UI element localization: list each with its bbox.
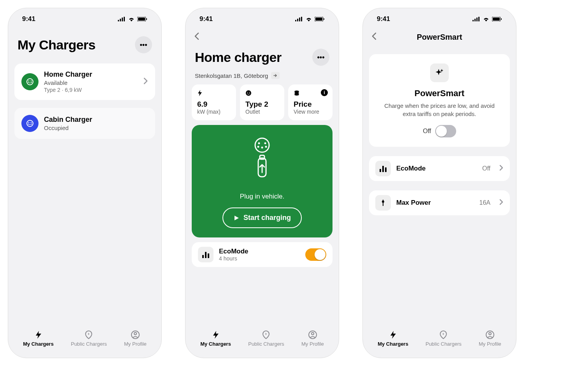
wifi-icon: [483, 17, 490, 21]
svg-rect-50: [472, 20, 474, 21]
phone-screen-my-chargers: 9:41 My Chargers ••• Home Charger Availa…: [8, 8, 162, 358]
svg-point-29: [247, 92, 248, 93]
tab-public-chargers[interactable]: Public Chargers: [425, 330, 462, 347]
bolt-icon: [197, 90, 231, 98]
page-title: My Chargers: [18, 37, 95, 53]
tab-bar: My Chargers Public Chargers My Profile: [192, 326, 332, 352]
charge-status-text: Plug in vehicle.: [240, 193, 284, 200]
svg-rect-45: [202, 255, 204, 258]
svg-rect-24: [301, 17, 302, 21]
chevron-right-icon: [143, 77, 148, 86]
tab-my-chargers[interactable]: My Chargers: [378, 330, 408, 347]
info-icon[interactable]: i: [321, 89, 328, 96]
status-icons: [295, 17, 325, 21]
setting-row-max-power[interactable]: Max Power 16A: [369, 190, 510, 215]
svg-rect-59: [385, 167, 387, 172]
status-bar: 9:41: [192, 12, 332, 25]
battery-icon: [492, 17, 502, 21]
map-pin-icon: [84, 330, 93, 339]
svg-rect-5: [138, 18, 145, 21]
stat-value: Price: [294, 100, 327, 109]
svg-rect-2: [122, 18, 123, 21]
tab-my-profile[interactable]: My Profile: [124, 330, 147, 347]
more-icon: •••: [140, 41, 147, 49]
svg-point-32: [248, 94, 249, 95]
tab-my-chargers[interactable]: My Chargers: [200, 330, 231, 347]
setting-subtitle: 4 hours: [219, 255, 300, 262]
stat-label: Outlet: [245, 109, 279, 115]
status-bar: 9:41: [14, 12, 155, 25]
svg-point-17: [30, 124, 31, 125]
setting-row-ecomode[interactable]: EcoMode Off: [369, 156, 510, 181]
address-row: Stenkolsgatan 1B, Göteborg: [192, 72, 332, 84]
start-charging-button[interactable]: Start charging: [222, 207, 302, 228]
charger-list-item-home[interactable]: Home Charger Available Type 2 · 6,9 kW: [14, 63, 155, 100]
setting-title: Max Power: [396, 199, 474, 207]
powersmart-toggle[interactable]: [435, 125, 456, 137]
cellular-icon: [472, 17, 480, 21]
charger-list-item-cabin[interactable]: Cabin Charger Occupied: [14, 108, 155, 139]
svg-point-33: [249, 93, 250, 94]
svg-point-20: [134, 332, 136, 335]
cellular-icon: [118, 17, 126, 21]
svg-rect-57: [380, 169, 381, 172]
charge-panel: Plug in vehicle. Start charging: [192, 125, 332, 237]
status-time: 9:41: [200, 15, 213, 23]
more-button[interactable]: •••: [312, 49, 329, 66]
tab-my-profile[interactable]: My Profile: [301, 330, 324, 347]
hero-description: Charge when the prices are low, and avoi…: [381, 102, 498, 118]
bolt-icon: [34, 330, 43, 339]
share-button[interactable]: [271, 72, 280, 79]
status-time: 9:41: [22, 15, 35, 23]
back-button[interactable]: [193, 32, 200, 42]
stat-outlet[interactable]: Type 2 Outlet: [240, 84, 284, 120]
charger-status-icon: [21, 73, 38, 90]
profile-icon: [131, 330, 140, 339]
page-title: Home charger: [195, 50, 282, 65]
svg-rect-51: [474, 19, 476, 21]
tab-my-chargers[interactable]: My Chargers: [23, 330, 54, 347]
status-time: 9:41: [377, 15, 390, 23]
profile-icon: [308, 330, 317, 339]
setting-value: 16A: [480, 199, 490, 206]
battery-icon: [137, 17, 147, 21]
svg-rect-0: [118, 20, 119, 21]
ecomode-toggle[interactable]: [305, 248, 326, 261]
phone-screen-home-charger: 9:41 Home charger ••• Stenkolsgatan 1B, …: [185, 8, 339, 358]
tab-public-chargers[interactable]: Public Chargers: [71, 330, 107, 347]
svg-point-18: [31, 124, 32, 125]
tab-my-profile[interactable]: My Profile: [479, 330, 501, 347]
cellular-icon: [295, 17, 303, 21]
svg-point-31: [247, 93, 248, 94]
svg-point-49: [312, 332, 314, 335]
share-icon: [273, 74, 278, 77]
svg-point-38: [258, 142, 260, 144]
svg-point-14: [28, 122, 30, 123]
svg-rect-44: [260, 155, 264, 159]
more-button[interactable]: •••: [135, 36, 152, 53]
svg-rect-56: [501, 18, 502, 20]
plug-illustration: [250, 137, 274, 185]
stat-price[interactable]: i Price View more: [288, 84, 332, 120]
address-text: Stenkolsgatan 1B, Göteborg: [195, 72, 268, 79]
svg-rect-47: [208, 253, 209, 258]
bar-chart-icon: [198, 247, 214, 262]
wifi-icon: [305, 17, 312, 21]
svg-point-36: [294, 94, 299, 96]
svg-rect-52: [476, 18, 478, 21]
svg-rect-55: [493, 18, 500, 21]
status-icons: [472, 17, 502, 21]
tab-public-chargers[interactable]: Public Chargers: [248, 330, 284, 347]
ecomode-row[interactable]: EcoMode 4 hours: [192, 242, 332, 267]
svg-point-40: [257, 146, 259, 148]
powersmart-state: Off: [423, 128, 431, 135]
setting-title: EcoMode: [396, 165, 477, 172]
chevron-right-icon: [499, 199, 504, 207]
stat-power[interactable]: 6.9 kW (max): [192, 84, 236, 120]
charger-status: Occupied: [44, 125, 148, 131]
chevron-right-icon: [499, 164, 504, 173]
charger-status-icon: [21, 115, 38, 132]
charger-title: Cabin Charger: [44, 116, 148, 124]
charger-meta: Type 2 · 6,9 kW: [44, 87, 137, 93]
bolt-icon: [388, 330, 398, 339]
